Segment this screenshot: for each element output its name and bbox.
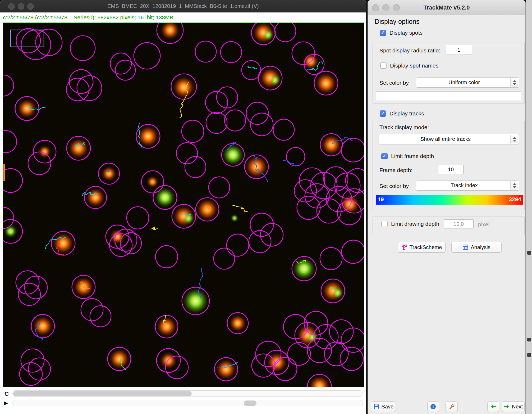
combo-stepper-icon [510,181,518,190]
save-button[interactable]: Save [371,401,396,412]
settings-button[interactable] [446,401,458,412]
frame-depth-label: Frame depth: [379,167,412,173]
imagej-image-window: EMS_BMEC_20X_12082019_1_MMStack_B6-Site_… [0,0,366,414]
track-color-value: Track index [451,182,485,188]
close-button[interactable] [372,4,379,11]
image-canvas[interactable] [3,22,364,387]
limit-drawing-depth-checkbox[interactable] [381,221,388,227]
uniform-color-swatch [376,91,521,101]
analysis-label: Analysis [471,244,490,250]
save-icon [373,404,379,410]
frame-depth-input[interactable] [438,165,464,174]
page-title: Display options [375,18,420,25]
display-tracks-checkbox[interactable] [380,110,386,117]
time-slider-thumb[interactable] [244,400,256,406]
track-display-mode-select[interactable]: Show all entire tracks [379,134,519,144]
display-spots-label: Display spots [389,30,423,36]
save-label: Save [382,404,394,410]
track-colorbar: 19 3294 [376,195,523,205]
back-button[interactable] [487,401,499,412]
info-button[interactable] [427,401,439,412]
play-icon[interactable]: ▶ [4,400,8,406]
display-tracks-label: Display tracks [389,110,424,117]
channel-slider-label: C [4,390,9,397]
spot-color-select[interactable]: Uniform color [416,77,519,88]
wrench-icon [448,403,455,410]
window-controls [8,0,34,12]
drawing-depth-input[interactable] [444,219,474,228]
analysis-button[interactable]: Analysis [451,242,502,253]
next-arrow-icon [504,404,510,409]
time-slider[interactable] [12,400,363,406]
close-button[interactable] [8,3,15,10]
combo-stepper-icon [510,78,518,87]
image-info-bar: c:2/2 t:55/78 (c:2/2 t:55/78 – Series0);… [0,12,366,22]
spot-color-value: Uniform color [448,79,487,86]
info-icon [430,403,436,410]
background-icon [527,251,531,255]
display-spot-names-label: Display spot names [390,62,438,69]
limit-frame-depth-checkbox[interactable] [381,153,388,159]
next-label: Next [512,404,523,410]
channel-slider-thumb[interactable] [13,391,192,396]
trackmate-titlebar: TrackMate v5.2.0 [368,0,525,15]
colorbar-max: 3294 [509,196,521,202]
background-window-strip [526,0,532,414]
analysis-icon [462,244,468,250]
image-window-footer: C ▶ [0,388,366,414]
combo-stepper-icon [510,135,518,143]
colorbar-min: 19 [378,196,384,202]
track-display-mode-label: Track display mode: [379,124,429,130]
display-spots-checkbox[interactable] [380,30,386,36]
track-color-by-label: Set color by [379,183,409,189]
next-button[interactable]: Next [502,401,525,412]
background-icon [527,353,531,357]
limit-frame-depth-label: Limit frame depth [391,153,434,159]
minimize-button[interactable] [18,3,24,10]
drawing-depth-unit: pixel [478,221,489,228]
spot-radius-input[interactable] [446,45,472,55]
image-window-titlebar: EMS_BMEC_20X_12082019_1_MMStack_B6-Site_… [0,0,366,12]
trackscheme-icon [401,244,407,250]
image-info-text: c:2/2 t:55/78 (c:2/2 t:55/78 – Series0);… [3,14,173,21]
track-display-mode-value: Show all entire tracks [420,136,478,142]
image-window-title: EMS_BMEC_20X_12082019_1_MMStack_B6-Site_… [0,3,366,9]
zoom-button[interactable] [393,4,400,11]
spot-radius-label: Spot display radius ratio: [379,47,440,54]
window-controls [372,0,400,15]
trackscheme-button[interactable]: TrackScheme [398,242,446,253]
track-color-select[interactable]: Track index [416,180,519,191]
trackmate-window: TrackMate v5.2.0 Display options Display… [368,0,526,414]
back-arrow-icon [490,404,496,409]
channel-slider[interactable] [12,390,363,397]
microscopy-image[interactable] [3,23,364,387]
display-spot-names-checkbox[interactable] [380,62,387,69]
minimize-button[interactable] [382,4,389,11]
background-icon [527,338,531,341]
spot-color-by-label: Set color by [379,80,409,86]
limit-drawing-depth-label: Limit drawing depth [391,221,439,227]
trackscheme-label: TrackScheme [410,244,442,250]
zoom-button[interactable] [27,3,34,10]
